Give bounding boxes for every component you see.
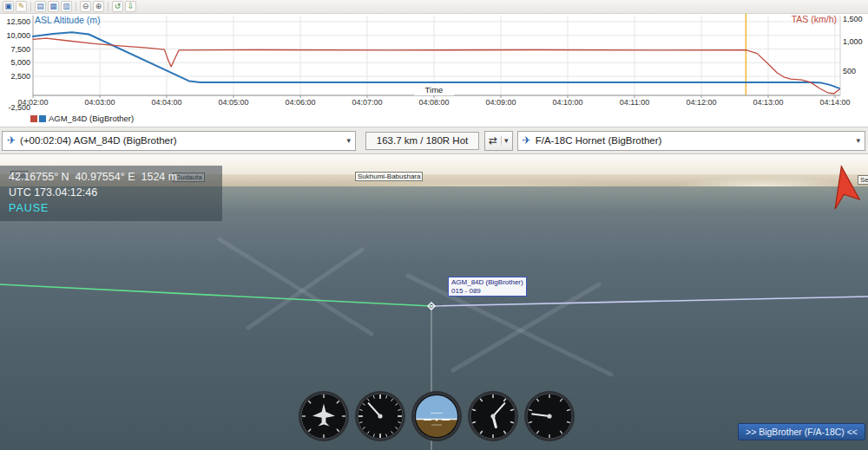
zoom-out-icon[interactable]: ⊖ <box>80 1 91 12</box>
aircraft-icon: ✈ <box>523 134 531 147</box>
chart-area-icon[interactable]: ▥ <box>61 1 72 12</box>
svg-text:12,500: 12,500 <box>6 17 30 26</box>
swap-objects-button[interactable]: ⇄ ▾ <box>484 131 513 151</box>
svg-text:04:08:00: 04:08:00 <box>418 98 449 107</box>
world-viewport[interactable]: GaliGudautaSukhumi-BabusharaSe 42.16755°… <box>0 154 868 450</box>
object-heading-speed: 015 - 089 <box>451 287 523 296</box>
gauge-altimeter <box>467 390 519 442</box>
gauge-airspeed <box>354 390 406 442</box>
aircraft-trail-line <box>431 297 868 306</box>
utc-readout: UTC 173.04:12:46 <box>9 185 214 200</box>
aircraft-icon: ✈ <box>7 134 16 147</box>
toolbar-separator <box>108 2 108 11</box>
toolbar-separator <box>30 2 31 11</box>
svg-text:04:10:00: 04:10:00 <box>552 98 582 107</box>
svg-text:Time: Time <box>425 85 444 95</box>
zoom-reset-icon[interactable]: ↺ <box>112 1 123 12</box>
position-readout: 42.16755° N 40.97554° E 1524 m <box>9 169 214 185</box>
svg-text:1,500: 1,500 <box>843 15 863 23</box>
svg-text:7,500: 7,500 <box>10 45 30 54</box>
svg-text:ASL Altitude (m): ASL Altitude (m) <box>35 15 100 25</box>
missile-trail-line <box>0 284 431 306</box>
reference-object-select[interactable]: ✈ F/A-18C Hornet (BigBrother) ▾ <box>517 131 865 151</box>
chart-grid-icon[interactable]: ▦ <box>48 1 59 12</box>
chart-legend: AGM_84D (BigBrother) <box>30 113 134 124</box>
svg-text:04:06:00: 04:06:00 <box>285 98 315 107</box>
svg-text:2,500: 2,500 <box>10 72 30 81</box>
svg-text:5,000: 5,000 <box>10 58 30 67</box>
chevron-down-icon: ▾ <box>346 136 351 145</box>
object-name: AGM_84D (BigBrother) <box>451 278 523 287</box>
chevron-down-icon: ▾ <box>856 136 860 145</box>
chart-line-icon[interactable]: ▤ <box>35 1 46 12</box>
svg-text:10,000: 10,000 <box>6 31 30 40</box>
tracked-object-label: (+00:02:04) AGM_84D (BigBrother) <box>20 135 343 146</box>
telemetry-chart[interactable]: 04:02:0004:03:0004:04:0004:05:0004:06:00… <box>0 14 868 127</box>
svg-text:04:03:00: 04:03:00 <box>84 98 115 107</box>
telemetry-chart-panel: 04:02:0004:03:0004:04:0004:05:0004:06:00… <box>0 14 868 127</box>
svg-text:1,000: 1,000 <box>843 37 863 46</box>
reference-object-label: F/A-18C Hornet (BigBrother) <box>536 135 853 146</box>
svg-text:04:11:00: 04:11:00 <box>620 98 649 107</box>
svg-text:TAS (km/h): TAS (km/h) <box>792 14 837 24</box>
svg-text:500: 500 <box>843 67 856 75</box>
window-icon[interactable]: ▣ <box>3 1 14 12</box>
svg-text:04:14:00: 04:14:00 <box>819 98 850 107</box>
swap-icon: ⇄ <box>489 134 497 147</box>
playback-state: PAUSE <box>9 200 214 216</box>
zoom-in-icon[interactable]: ⊕ <box>93 1 104 12</box>
tracked-object-select[interactable]: ✈ (+00:02:04) AGM_84D (BigBrother) ▾ <box>2 131 356 151</box>
camera-info-overlay: 42.16755° N 40.97554° E 1524 m UTC 173.0… <box>0 166 222 221</box>
legend-swatch <box>30 115 37 122</box>
town-label: Sukhumi-Babushara <box>355 172 423 181</box>
svg-text:04:04:00: 04:04:00 <box>151 98 181 107</box>
object-selection-bar: ✈ (+00:02:04) AGM_84D (BigBrother) ▾ 163… <box>0 127 868 154</box>
svg-text:04:13:00: 04:13:00 <box>753 98 783 107</box>
legend-swatch <box>39 115 46 122</box>
svg-text:04:09:00: 04:09:00 <box>485 98 516 107</box>
gauge-rwr <box>298 390 350 442</box>
chevron-down-icon: ▾ <box>501 136 509 145</box>
tacview-app: ▣✎▤▦▥⊖⊕↺⇩ 04:02:0004:03:0004:04:0004:05:… <box>0 0 868 450</box>
range-readout: 163.7 km / 180R Hot <box>365 132 479 150</box>
gauge-attitude <box>411 390 463 442</box>
export-icon[interactable]: ⇩ <box>125 1 136 12</box>
legend-swatches <box>30 115 46 122</box>
legend-label: AGM_84D (BigBrother) <box>49 114 134 123</box>
main-toolbar: ▣✎▤▦▥⊖⊕↺⇩ <box>0 0 868 14</box>
svg-text:04:07:00: 04:07:00 <box>352 98 382 107</box>
svg-text:-2,500: -2,500 <box>8 103 30 112</box>
instrument-panel <box>298 390 575 442</box>
edit-icon[interactable]: ✎ <box>16 1 27 12</box>
svg-text:04:05:00: 04:05:00 <box>218 98 248 107</box>
selected-aircraft-badge: >> BigBrother (F/A-18C) << <box>738 423 865 440</box>
toolbar-separator <box>76 2 76 11</box>
svg-text:04:12:00: 04:12:00 <box>686 98 716 107</box>
gauge-vertical-speed <box>523 390 575 442</box>
object-info-label[interactable]: AGM_84D (BigBrother) 015 - 089 <box>448 277 527 297</box>
